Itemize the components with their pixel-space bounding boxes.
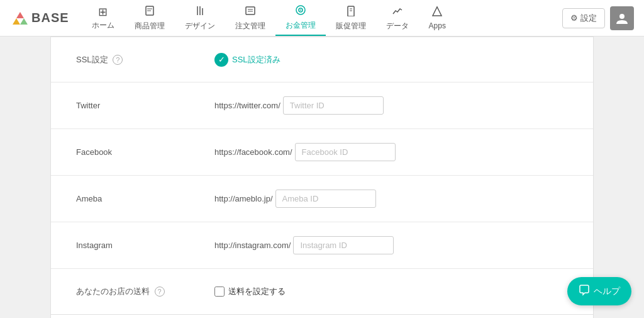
instagram-row: Instagram http://instagram.com/: [51, 222, 593, 269]
logo[interactable]: BASE: [10, 9, 69, 27]
nav-items-container: ⊞ ホーム 商品管理 デザイン 注文管理 お金管理: [82, 1, 562, 36]
settings-form: SSL設定 ? ✓ SSL設定済み Twitter https://twitte…: [50, 37, 594, 315]
svg-rect-15: [348, 6, 354, 16]
nav-item-data[interactable]: データ: [376, 1, 419, 35]
ameba-row: Ameba http://ameblo.jp/: [51, 176, 593, 222]
design-icon: [194, 5, 206, 20]
sales-icon: [345, 5, 357, 20]
shipping-label: あなたのお店の送料 ?: [76, 286, 214, 297]
ssl-content: ✓ SSL設定済み: [214, 53, 568, 67]
nav-item-home-label: ホーム: [92, 20, 114, 31]
svg-point-14: [300, 9, 301, 11]
help-bubble[interactable]: ヘルプ: [567, 277, 631, 305]
twitter-id-input[interactable]: [283, 96, 384, 115]
nav-item-orders[interactable]: 注文管理: [225, 1, 275, 35]
facebook-content: https://facebook.com/: [214, 143, 568, 161]
settings-button[interactable]: ⚙ 設定: [562, 8, 605, 28]
instagram-id-input[interactable]: [293, 236, 394, 254]
logo-text: BASE: [31, 11, 69, 25]
ssl-row: SSL設定 ? ✓ SSL設定済み: [51, 37, 593, 82]
money-icon: [295, 4, 306, 19]
svg-marker-18: [433, 7, 441, 16]
instagram-content: http://instagram.com/: [214, 236, 568, 254]
twitter-url-prefix: https://twitter.com/: [214, 101, 280, 110]
help-label: ヘルプ: [594, 286, 620, 297]
svg-marker-0: [13, 18, 20, 25]
shipping-content: 送料を設定する: [214, 286, 568, 297]
data-icon: [392, 5, 403, 20]
nav-item-design-label: デザイン: [185, 21, 215, 31]
nav-item-products-label: 商品管理: [135, 21, 165, 31]
user-icon: [615, 11, 629, 25]
twitter-content: https://twitter.com/: [214, 96, 568, 115]
products-icon: [144, 5, 155, 20]
nav-item-apps-label: Apps: [429, 21, 446, 30]
shipping-help-icon[interactable]: ?: [155, 287, 165, 297]
facebook-row: Facebook https://facebook.com/: [51, 129, 593, 176]
nav-item-products[interactable]: 商品管理: [125, 1, 175, 35]
ssl-status-text: SSL設定済み: [232, 54, 280, 65]
apps-icon: [431, 6, 443, 20]
ameba-url-prefix: http://ameblo.jp/: [214, 194, 273, 203]
main-content: SSL設定 ? ✓ SSL設定済み Twitter https://twitte…: [0, 37, 644, 318]
twitter-row: Twitter https://twitter.com/: [51, 82, 593, 129]
shipping-checkbox-label[interactable]: 送料を設定する: [214, 286, 286, 297]
nav-item-design[interactable]: デザイン: [175, 1, 225, 35]
ssl-status: ✓ SSL設定済み: [214, 53, 280, 67]
nav-item-sales[interactable]: 販促管理: [326, 1, 376, 35]
gear-icon: ⚙: [570, 13, 578, 23]
ameba-content: http://ameblo.jp/: [214, 190, 568, 208]
facebook-url-prefix: https://facebook.com/: [214, 147, 292, 157]
twitter-label: Twitter: [76, 101, 214, 110]
nav-item-money[interactable]: お金管理: [275, 1, 326, 36]
main-nav: BASE ⊞ ホーム 商品管理 デザイン 注文管理: [0, 0, 644, 37]
nav-right: ⚙ 設定: [562, 6, 634, 30]
settings-label: 設定: [580, 13, 597, 24]
svg-point-19: [619, 14, 625, 19]
shipping-row: あなたのお店の送料 ? 送料を設定する: [51, 269, 593, 314]
nav-item-apps[interactable]: Apps: [419, 2, 456, 34]
instagram-label: Instagram: [76, 241, 214, 250]
ssl-label: SSL設定 ?: [76, 54, 214, 65]
nav-item-money-label: お金管理: [286, 20, 316, 31]
nav-item-data-label: データ: [386, 21, 409, 31]
nav-item-orders-label: 注文管理: [235, 21, 265, 31]
facebook-id-input[interactable]: [295, 143, 396, 161]
shipping-checkbox[interactable]: [214, 287, 225, 297]
svg-marker-1: [16, 12, 24, 18]
orders-icon: [245, 5, 256, 20]
avatar-button[interactable]: [610, 6, 634, 30]
ameba-id-input[interactable]: [275, 190, 376, 208]
ameba-label: Ameba: [76, 194, 214, 203]
help-chat-icon: [579, 285, 590, 298]
nav-item-sales-label: 販促管理: [336, 21, 366, 31]
home-icon: ⊞: [98, 5, 108, 19]
ssl-help-icon[interactable]: ?: [113, 55, 123, 65]
svg-rect-9: [246, 7, 255, 14]
save-row: 保存する: [50, 315, 594, 318]
ssl-check-icon: ✓: [214, 53, 228, 67]
shipping-checkbox-text: 送料を設定する: [228, 286, 286, 297]
nav-item-home[interactable]: ⊞ ホーム: [82, 1, 125, 35]
logo-icon: [10, 9, 28, 27]
facebook-label: Facebook: [76, 147, 214, 157]
svg-marker-2: [20, 18, 28, 25]
instagram-url-prefix: http://instagram.com/: [214, 241, 291, 250]
